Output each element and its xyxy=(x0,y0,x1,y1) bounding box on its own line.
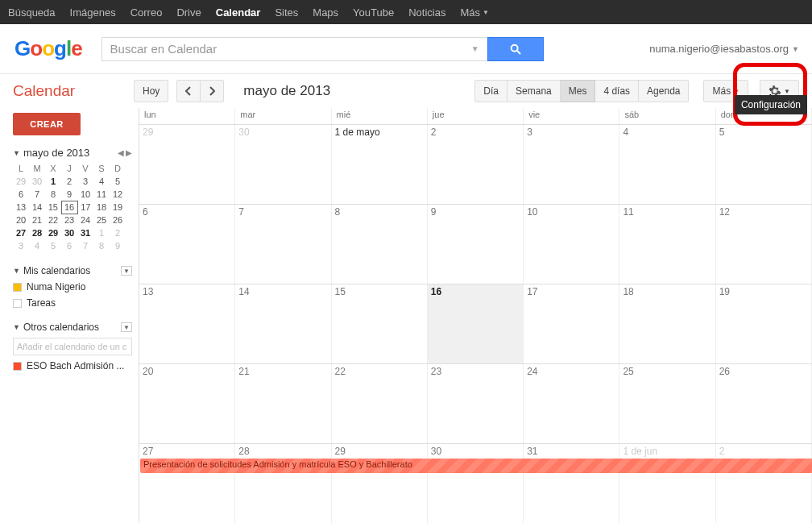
minical-day[interactable]: 7 xyxy=(29,188,45,201)
day-cell[interactable]: 26 xyxy=(716,364,812,443)
minical-day[interactable]: 16 xyxy=(61,201,77,214)
minical-day[interactable]: 30 xyxy=(61,226,77,239)
dropdown-icon[interactable]: ▼ xyxy=(471,44,479,53)
view-día[interactable]: Día xyxy=(474,80,508,102)
day-cell[interactable]: 28 xyxy=(235,444,331,523)
minical-day[interactable]: 12 xyxy=(110,188,126,201)
minical-day[interactable]: 13 xyxy=(13,201,29,214)
day-cell[interactable]: 24 xyxy=(524,364,619,443)
minical-day[interactable]: 5 xyxy=(45,239,61,252)
minical-next[interactable]: ▶ xyxy=(126,148,132,157)
day-cell[interactable]: 17 xyxy=(524,284,619,363)
day-cell[interactable]: 23 xyxy=(428,364,524,443)
minical-day[interactable]: 29 xyxy=(13,175,29,188)
day-cell[interactable]: 25 xyxy=(619,364,715,443)
topnav-item[interactable]: Búsqueda xyxy=(8,6,56,19)
day-cell[interactable]: 6 xyxy=(139,205,235,284)
minical-day[interactable]: 26 xyxy=(110,214,126,226)
today-button[interactable]: Hoy xyxy=(134,80,168,102)
create-button[interactable]: CREAR xyxy=(13,113,81,135)
minical-day[interactable]: 27 xyxy=(13,226,29,239)
topnav-more[interactable]: Más ▼ xyxy=(460,6,488,19)
view-semana[interactable]: Semana xyxy=(508,80,561,102)
minical-day[interactable]: 29 xyxy=(45,226,61,239)
minical-day[interactable]: 3 xyxy=(13,239,29,252)
day-cell[interactable]: 4 xyxy=(619,125,715,204)
day-cell[interactable]: 12 xyxy=(716,205,812,284)
day-cell[interactable]: 30 xyxy=(428,444,524,523)
day-cell[interactable]: 3 xyxy=(524,125,619,204)
calendar-item[interactable]: Tareas xyxy=(13,297,132,309)
view-mes[interactable]: Mes xyxy=(561,80,596,102)
user-menu[interactable]: numa.nigerio@iesabastos.org ▼ xyxy=(649,43,799,55)
expand-icon[interactable]: ▼ xyxy=(13,149,20,157)
minical-day[interactable]: 31 xyxy=(77,226,93,239)
day-cell[interactable]: 8 xyxy=(332,205,428,284)
day-cell[interactable]: 15 xyxy=(332,284,428,363)
day-cell[interactable]: 29 xyxy=(139,125,235,204)
day-cell[interactable]: 18 xyxy=(619,284,715,363)
minical-day[interactable]: 6 xyxy=(13,188,29,201)
minical-day[interactable]: 4 xyxy=(29,239,45,252)
view-agenda[interactable]: Agenda xyxy=(639,80,689,102)
day-cell[interactable]: 29 xyxy=(332,444,428,523)
minical-day[interactable]: 11 xyxy=(93,188,110,201)
day-cell[interactable]: 5 xyxy=(716,125,812,204)
minical-day[interactable]: 10 xyxy=(77,188,93,201)
view-4días[interactable]: 4 días xyxy=(595,80,639,102)
minical-day[interactable]: 20 xyxy=(13,214,29,226)
topnav-item[interactable]: Sites xyxy=(275,6,298,19)
minical-day[interactable]: 18 xyxy=(93,201,110,214)
minical-day[interactable]: 25 xyxy=(93,214,110,226)
day-cell[interactable]: 2 xyxy=(428,125,524,204)
minical-day[interactable]: 9 xyxy=(110,239,126,252)
minical-day[interactable]: 17 xyxy=(77,201,93,214)
topnav-item[interactable]: YouTube xyxy=(353,6,394,19)
minical-day[interactable]: 15 xyxy=(45,201,61,214)
menu-icon[interactable]: ▼ xyxy=(121,322,132,332)
othercals-header[interactable]: ▼ Otros calendarios ▼ xyxy=(13,322,132,333)
day-cell[interactable]: 7 xyxy=(235,205,331,284)
day-cell[interactable]: 31 xyxy=(524,444,619,523)
day-cell[interactable]: 20 xyxy=(139,364,235,443)
topnav-item[interactable]: Maps xyxy=(313,6,338,19)
minical-day[interactable]: 9 xyxy=(61,188,77,201)
minical-day[interactable]: 19 xyxy=(110,201,126,214)
add-calendar-input[interactable]: Añadir el calendario de un c xyxy=(13,338,132,355)
minical-day[interactable]: 24 xyxy=(77,214,93,226)
day-cell[interactable]: 22 xyxy=(332,364,428,443)
minical-day[interactable]: 2 xyxy=(61,175,77,188)
minical-day[interactable]: 22 xyxy=(45,214,61,226)
calendar-item[interactable]: Numa Nigerio xyxy=(13,281,132,293)
day-cell[interactable]: 2 xyxy=(716,444,812,523)
search-button[interactable] xyxy=(487,37,544,61)
next-button[interactable] xyxy=(201,80,224,102)
minical-day[interactable]: 3 xyxy=(77,175,93,188)
prev-button[interactable] xyxy=(176,80,201,102)
day-cell[interactable]: 10 xyxy=(524,205,619,284)
calendar-item[interactable]: ESO Bach Admisión ... xyxy=(13,360,132,371)
minical-day[interactable]: 1 xyxy=(45,175,61,188)
topnav-item[interactable]: Drive xyxy=(176,6,201,19)
minical-day[interactable]: 4 xyxy=(93,175,110,188)
day-cell[interactable]: 30 xyxy=(235,125,331,204)
minical-day[interactable]: 8 xyxy=(93,239,110,252)
topnav-item[interactable]: Correo xyxy=(130,6,163,19)
day-cell[interactable]: 19 xyxy=(716,284,812,363)
topnav-item[interactable]: Noticias xyxy=(408,6,445,19)
minical-day[interactable]: 23 xyxy=(61,214,77,226)
day-cell[interactable]: 16 xyxy=(428,284,524,363)
mycals-header[interactable]: ▼ Mis calendarios ▼ xyxy=(13,265,132,276)
minical-day[interactable]: 28 xyxy=(29,226,45,239)
minical-day[interactable]: 1 xyxy=(93,226,110,239)
day-cell[interactable]: 27 xyxy=(139,444,235,523)
day-cell[interactable]: 1 de mayo xyxy=(332,125,428,204)
minical-day[interactable]: 2 xyxy=(110,226,126,239)
minical-day[interactable]: 8 xyxy=(45,188,61,201)
topnav-item[interactable]: Imágenes xyxy=(70,6,116,19)
menu-icon[interactable]: ▼ xyxy=(121,266,132,276)
minical-day[interactable]: 14 xyxy=(29,201,45,214)
minical-prev[interactable]: ◀ xyxy=(118,148,124,157)
day-cell[interactable]: 14 xyxy=(235,284,331,363)
day-cell[interactable]: 21 xyxy=(235,364,331,443)
